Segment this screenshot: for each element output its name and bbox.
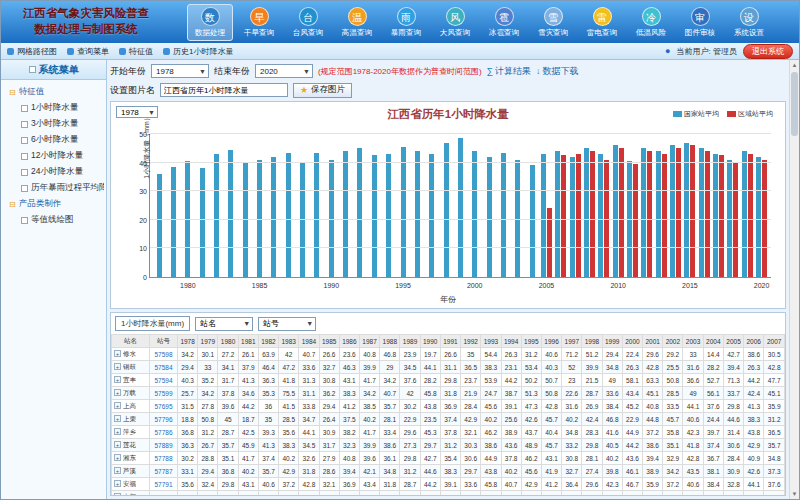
col-header-year[interactable]: 1991 <box>440 335 460 348</box>
toolbar-item-lightning-query[interactable]: 雷雷电查询 <box>579 4 625 41</box>
data-download-button[interactable]: ↓数据下载 <box>536 65 579 78</box>
table-row[interactable]: +修水5759834.230.127.226.163.94240.726.623… <box>112 348 785 361</box>
value-cell: 38.5 <box>359 400 379 413</box>
tree-item[interactable]: 12小时降水量 <box>3 148 104 164</box>
expand-icon[interactable]: + <box>114 480 121 487</box>
col-header-year[interactable]: 1996 <box>541 335 561 348</box>
table-row[interactable]: +萍乡5778636.831.228.742.539.335.644.130.9… <box>112 426 785 439</box>
col-header-year[interactable]: 1993 <box>481 335 501 348</box>
table-row[interactable]: +芦溪5778733.129.436.840.235.742.931.828.6… <box>112 465 785 478</box>
tree-group[interactable]: ⊟特征值 <box>3 84 104 100</box>
breadcrumb-item-feature-value[interactable]: 特征值 <box>119 46 153 57</box>
image-name-input[interactable] <box>160 83 288 97</box>
scroll-up-icon[interactable]: ▲ <box>792 60 798 70</box>
col-header-year[interactable]: 1981 <box>238 335 258 348</box>
col-header-year[interactable]: 1980 <box>218 335 238 348</box>
expand-icon[interactable]: + <box>114 428 121 435</box>
table-row[interactable]: +安福5779135.632.429.843.140.637.242.832.1… <box>112 478 785 491</box>
table-wrap[interactable]: 站名站号197819791980198119821983198419851986… <box>111 334 785 495</box>
col-header-year[interactable]: 1979 <box>198 335 218 348</box>
toolbar-item-data-processing[interactable]: 数数据处理 <box>187 4 233 41</box>
toolbar-item-high-temp-query[interactable]: 温高温查询 <box>334 4 380 41</box>
toolbar-item-drought-query[interactable]: 旱干旱查询 <box>236 4 282 41</box>
expand-icon[interactable]: + <box>114 402 121 409</box>
tree-item[interactable]: 3小时降水量 <box>3 116 104 132</box>
col-header-year[interactable]: 1992 <box>461 335 481 348</box>
toolbar-item-hail-query[interactable]: 雹冰雹查询 <box>481 4 527 41</box>
value-cell: 31.5 <box>178 400 198 413</box>
col-header-id[interactable]: 站号 <box>150 335 178 348</box>
expand-icon[interactable]: + <box>114 493 121 495</box>
start-year-select[interactable]: 1978▼ <box>151 64 209 78</box>
tree-item[interactable]: 6小时降水量 <box>3 132 104 148</box>
col-header-year[interactable]: 1995 <box>521 335 541 348</box>
col-header-year[interactable]: 1997 <box>562 335 582 348</box>
table-row[interactable]: +铜鼓5758429.43334.137.946.447.233.632.746… <box>112 361 785 374</box>
col-header-year[interactable]: 2004 <box>703 335 723 348</box>
breadcrumb-item-history-1h-precip[interactable]: 历史1小时降水量 <box>163 46 233 57</box>
toolbar-item-low-temp-risk[interactable]: 冷低温风险 <box>628 4 674 41</box>
toolbar-item-rainstorm-query[interactable]: 雨暴雨查询 <box>383 4 429 41</box>
col-header-year[interactable]: 2007 <box>764 335 785 348</box>
col-header-year[interactable]: 1984 <box>299 335 319 348</box>
tree-item[interactable]: 历年暴雨过程平均降水量 <box>3 180 104 196</box>
toolbar-item-map-review[interactable]: 审图件审核 <box>677 4 723 41</box>
sort-station-select[interactable]: 站名▼ <box>195 317 253 331</box>
expand-icon[interactable]: + <box>114 441 121 448</box>
logout-button[interactable]: 退出系统 <box>743 44 793 59</box>
table-row[interactable]: +永新5779232.830.637.244.638.143.730.429.2… <box>112 491 785 496</box>
expand-icon[interactable]: + <box>114 363 121 370</box>
end-year-select[interactable]: 2020▼ <box>255 64 313 78</box>
col-header-year[interactable]: 1985 <box>319 335 339 348</box>
expand-icon[interactable]: + <box>114 454 121 461</box>
col-header-year[interactable]: 1978 <box>178 335 198 348</box>
col-header-year[interactable]: 2003 <box>683 335 703 348</box>
tree-group[interactable]: ⊟产品类制作 <box>3 196 104 212</box>
col-header-year[interactable]: 1987 <box>359 335 379 348</box>
table-row[interactable]: +万载5759925.734.237.834.635.375.531.136.2… <box>112 387 785 400</box>
col-header-year[interactable]: 2005 <box>723 335 743 348</box>
col-header-year[interactable]: 1990 <box>420 335 440 348</box>
breadcrumb-item-query-menu[interactable]: 查询菜单 <box>67 46 109 57</box>
toolbar-item-wind-query[interactable]: 风大风查询 <box>432 4 478 41</box>
toolbar-item-snow-query[interactable]: 雪雪灾查询 <box>530 4 576 41</box>
col-header-station[interactable]: 站名 <box>112 335 150 348</box>
calc-result-button[interactable]: ∑计算结果 <box>487 65 531 78</box>
save-image-button[interactable]: ★保存图片 <box>293 83 352 98</box>
bar-group <box>410 134 424 277</box>
col-header-year[interactable]: 1998 <box>582 335 602 348</box>
col-header-year[interactable]: 2000 <box>622 335 642 348</box>
col-header-year[interactable]: 1983 <box>279 335 299 348</box>
col-header-year[interactable]: 2006 <box>744 335 764 348</box>
expand-icon[interactable]: + <box>114 350 121 357</box>
tree-item[interactable]: 1小时降水量 <box>3 100 104 116</box>
col-header-year[interactable]: 2002 <box>663 335 683 348</box>
col-header-year[interactable]: 1982 <box>258 335 278 348</box>
scrollbar-thumb[interactable] <box>791 72 798 136</box>
col-header-year[interactable]: 1989 <box>400 335 420 348</box>
sort-id-select[interactable]: 站号▼ <box>258 317 316 331</box>
col-header-year[interactable]: 1988 <box>380 335 400 348</box>
scroll-down-icon[interactable]: ▼ <box>792 489 798 499</box>
tree-item[interactable]: 24小时降水量 <box>3 164 104 180</box>
col-header-year[interactable]: 1994 <box>501 335 521 348</box>
checkbox-icon <box>21 217 28 224</box>
breadcrumb-item-grid-path-map[interactable]: 网格路径图 <box>7 46 57 57</box>
value-type-box[interactable]: 1小时降水量(mm) <box>115 316 190 331</box>
expand-icon[interactable]: + <box>114 389 121 396</box>
expand-icon[interactable]: + <box>114 467 121 474</box>
col-header-year[interactable]: 2001 <box>643 335 663 348</box>
col-header-year[interactable]: 1999 <box>602 335 622 348</box>
toolbar-item-system-settings[interactable]: 设系统设置 <box>726 4 772 41</box>
expand-icon[interactable]: + <box>114 376 121 383</box>
table-row[interactable]: +湘东5778830.228.835.141.737.440.232.627.9… <box>112 452 785 465</box>
tree-item[interactable]: 等值线绘图 <box>3 212 104 228</box>
col-header-year[interactable]: 1986 <box>339 335 359 348</box>
table-row[interactable]: +上栗5779618.850.84518.73528.534.726.437.5… <box>112 413 785 426</box>
toolbar-item-typhoon-query[interactable]: 台台风查询 <box>285 4 331 41</box>
expand-icon[interactable]: + <box>114 415 121 422</box>
table-row[interactable]: +宜丰5759440.335.231.741.336.341.831.330.8… <box>112 374 785 387</box>
table-row[interactable]: +上高5769531.527.839.644.23641.533.829.441… <box>112 400 785 413</box>
vertical-scrollbar[interactable]: ▲ ▼ <box>789 60 799 499</box>
table-row[interactable]: +莲花5788936.326.735.745.941.338.334.531.7… <box>112 439 785 452</box>
